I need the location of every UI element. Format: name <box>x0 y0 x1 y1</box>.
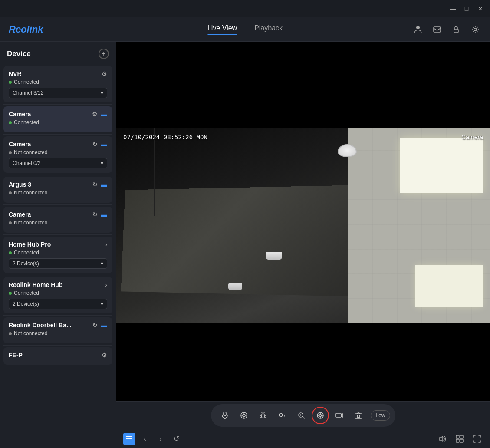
video-main[interactable]: 07/10/2024 08:52:26 MON Camera <box>116 128 490 323</box>
svg-point-32 <box>357 415 360 418</box>
home-hub-pro-devices-dropdown[interactable]: 2 Device(s) ▾ <box>9 258 107 269</box>
argus3-dot <box>9 191 12 194</box>
svg-point-8 <box>243 414 245 417</box>
tab-playback[interactable]: Playback <box>254 24 283 35</box>
light-panel-2 <box>415 265 483 308</box>
reolink-home-hub-status: Connected <box>9 290 107 296</box>
doorbell-status-text: Not connected <box>14 330 47 336</box>
reolink-home-hub-chevron[interactable]: › <box>105 281 107 288</box>
camera-nc1-header: Camera ↻ ▬ <box>9 141 107 148</box>
svg-rect-38 <box>456 439 459 442</box>
nvr-header: NVR ⚙ <box>9 70 107 77</box>
settings-circle-button[interactable] <box>312 407 329 424</box>
divider-4 <box>3 204 112 205</box>
video-area: 07/10/2024 08:52:26 MON Camera <box>116 42 490 401</box>
maximize-button[interactable]: □ <box>462 4 471 13</box>
argus3-refresh-icon[interactable]: ↻ <box>92 181 98 188</box>
doorbell-header: Reolink Doorbell Ba... ↻ ▬ <box>9 322 107 329</box>
main-content: 07/10/2024 08:52:26 MON Camera <box>116 42 490 448</box>
nvr-gear-icon[interactable]: ⚙ <box>102 70 107 77</box>
grid-view-button[interactable] <box>123 433 135 445</box>
volume-button[interactable] <box>436 433 448 445</box>
doorbell-dot <box>9 332 12 335</box>
toolbar-container: Low <box>211 404 395 427</box>
divider-1 <box>3 104 112 105</box>
home-hub-pro-dropdown-chevron: ▾ <box>101 260 103 267</box>
debug-button[interactable] <box>254 407 272 424</box>
camera-mount-3 <box>228 283 243 294</box>
camera-nc1-chevron: ▾ <box>101 160 103 166</box>
camera-mount-1 <box>338 144 359 166</box>
window-controls: — □ ✕ <box>448 4 485 13</box>
reolink-home-hub-header: Reolink Home Hub › <box>9 281 107 288</box>
divider-3 <box>3 175 112 175</box>
argus3-name: Argus 3 <box>9 181 31 188</box>
nvr-status-dot <box>9 81 12 84</box>
layout-button[interactable] <box>454 433 466 445</box>
home-hub-pro-header: Home Hub Pro › <box>9 241 107 248</box>
settings-icon[interactable] <box>469 23 481 36</box>
prev-button[interactable]: ‹ <box>139 433 151 445</box>
camera-nc1-dot <box>9 151 12 154</box>
camera-nc1-refresh-icon[interactable]: ↻ <box>92 141 98 148</box>
toolbar: Low <box>116 401 490 429</box>
reolink-home-hub-devices-dropdown[interactable]: 2 Device(s) ▾ <box>9 299 107 309</box>
camera-nc2-refresh-icon[interactable]: ↻ <box>92 211 98 218</box>
camera-mount-2 <box>266 252 283 265</box>
divider-7 <box>3 315 112 316</box>
cam3-body <box>228 283 242 290</box>
key-button[interactable] <box>273 407 291 424</box>
camera-connected-icons: ⚙ ▬ <box>92 111 107 118</box>
divider-2 <box>3 134 112 135</box>
shelf-structure <box>121 185 365 297</box>
fullscreen-button[interactable] <box>471 433 483 445</box>
camera-nc2-status-text: Not connected <box>14 220 47 226</box>
mic-button[interactable] <box>216 407 233 424</box>
person-icon[interactable] <box>412 23 424 36</box>
doorbell-refresh-icon[interactable]: ↻ <box>92 322 98 329</box>
camera-gear-icon[interactable]: ⚙ <box>92 111 98 118</box>
iris-button[interactable] <box>235 407 253 424</box>
message-icon[interactable] <box>431 23 443 36</box>
bottom-bar-right <box>436 433 483 445</box>
camera-battery-icon: ▬ <box>101 111 107 118</box>
nvr-channel-dropdown[interactable]: Channel 3/12 ▾ <box>9 88 107 98</box>
lock-icon[interactable] <box>450 23 462 36</box>
camera-nc2-battery-icon: ▬ <box>101 211 107 218</box>
fep-icons: ⚙ <box>102 352 107 359</box>
tab-live-view[interactable]: Live View <box>207 24 237 35</box>
refresh-button[interactable]: ↺ <box>170 433 182 445</box>
home-hub-pro-name: Home Hub Pro <box>9 241 51 248</box>
camera-connected-header: Camera ⚙ ▬ <box>9 111 107 118</box>
divider-5 <box>3 234 112 235</box>
doorbell-battery-icon: ▬ <box>101 322 107 329</box>
home-hub-pro-status-text: Connected <box>14 250 39 256</box>
screen-button[interactable] <box>331 407 348 424</box>
camera-nc2-header: Camera ↻ ▬ <box>9 211 107 218</box>
camera-feed: 07/10/2024 08:52:26 MON Camera <box>116 128 490 323</box>
snapshot-button[interactable] <box>350 407 367 424</box>
svg-rect-35 <box>126 441 132 441</box>
close-button[interactable]: ✕ <box>476 4 485 13</box>
nvr-status-text: Connected <box>14 79 39 85</box>
next-button[interactable]: › <box>155 433 167 445</box>
app-layout: Reolink Live View Playback Device <box>0 17 490 448</box>
minimize-button[interactable]: — <box>448 4 457 13</box>
zoom-button[interactable] <box>293 407 310 424</box>
camera-connected-status: Connected <box>9 119 107 125</box>
device-card-doorbell: Reolink Doorbell Ba... ↻ ▬ Not connected <box>3 317 112 343</box>
home-hub-pro-chevron[interactable]: › <box>105 241 107 248</box>
add-device-button[interactable]: + <box>99 49 109 59</box>
camera-connected-name: Camera <box>9 111 31 118</box>
fep-gear-icon[interactable]: ⚙ <box>102 352 107 359</box>
fep-name: FE-P <box>9 352 23 359</box>
argus3-status: Not connected <box>9 190 107 196</box>
quality-badge[interactable]: Low <box>371 410 390 421</box>
svg-rect-30 <box>336 413 341 417</box>
cam2-body <box>266 252 282 260</box>
camera-nc1-channel-dropdown[interactable]: Channel 0/2 ▾ <box>9 158 107 168</box>
header: Reolink Live View Playback <box>0 17 490 42</box>
camera-connected-dot <box>9 121 12 124</box>
cable-1 <box>154 128 155 216</box>
svg-rect-34 <box>126 438 132 439</box>
